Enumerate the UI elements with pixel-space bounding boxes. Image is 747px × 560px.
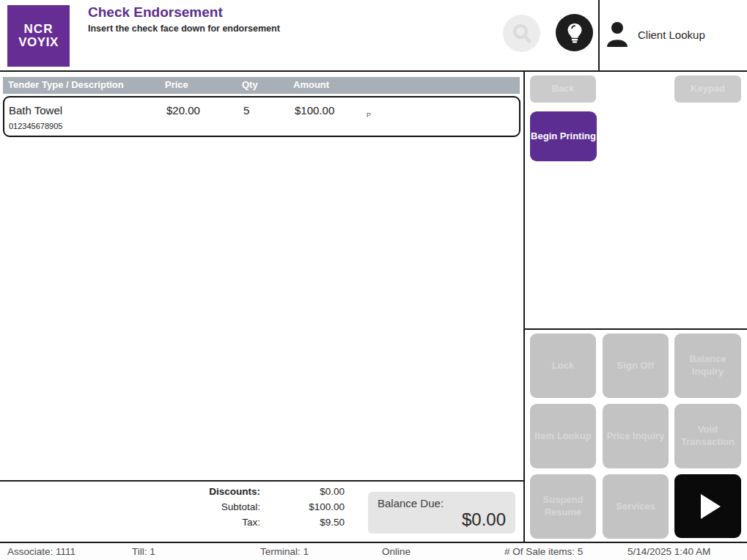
status-terminal: Terminal: 1	[260, 546, 309, 557]
panel-horizontal-divider	[525, 328, 747, 330]
services-button[interactable]: Services	[603, 474, 669, 539]
column-header-amount: Amount	[293, 79, 329, 90]
page-subtitle: Insert the check face down for endorseme…	[88, 23, 280, 34]
sign-off-button[interactable]: Sign Off	[603, 334, 669, 398]
lock-button[interactable]: Lock	[530, 334, 596, 398]
begin-printing-button[interactable]: Begin Printing	[530, 111, 597, 161]
balance-inquiry-button[interactable]: Balance Inquiry	[674, 334, 741, 398]
pos-app: NCR VOYIX Check Endorsement Insert the c…	[0, 0, 747, 560]
subtotal-value: $100.00	[309, 501, 345, 512]
page-title: Check Endorsement	[88, 4, 223, 21]
play-icon	[701, 494, 721, 519]
assist-mode-button[interactable]	[556, 14, 593, 51]
header: NCR VOYIX Check Endorsement Insert the c…	[0, 0, 747, 71]
person-icon	[605, 21, 630, 48]
status-bar: Associate: 1111 Till: 1 Terminal: 1 Onli…	[0, 543, 747, 560]
item-upc: 012345678905	[9, 122, 62, 130]
suspend-resume-button[interactable]: Suspend Resume	[530, 474, 596, 539]
sale-item-row[interactable]: Bath Towel 012345678905 $20.00 5 $100.00…	[3, 96, 520, 137]
subtotal-label: Subtotal:	[221, 501, 260, 512]
header-divider	[598, 0, 600, 70]
price-inquiry-button[interactable]: Price Inquiry	[603, 404, 669, 468]
back-button[interactable]: Back	[530, 75, 596, 103]
item-lookup-button[interactable]: Item Lookup	[530, 404, 596, 468]
status-associate: Associate: 1111	[7, 546, 76, 557]
status-datetime: 5/14/2025 1:40 AM	[628, 546, 710, 557]
status-sale-items: # Of Sale items: 5	[504, 546, 583, 557]
tax-label: Tax:	[242, 517, 260, 528]
tax-value: $9.50	[320, 517, 345, 528]
balance-due-label: Balance Due:	[378, 497, 444, 509]
keypad-button[interactable]: Keypad	[674, 75, 741, 103]
status-connection: Online	[382, 546, 411, 557]
column-header-price: Price	[165, 79, 188, 90]
item-amount: $100.00	[295, 104, 334, 117]
next-button[interactable]	[674, 474, 741, 538]
status-till: Till: 1	[132, 546, 155, 557]
item-description: Bath Towel	[9, 104, 62, 117]
panel-vertical-divider	[523, 70, 525, 542]
header-bottom-border	[0, 70, 747, 72]
sale-table-header: Tender Type / Description Price Qty Amou…	[3, 77, 520, 94]
search-button[interactable]	[503, 15, 540, 52]
search-icon	[511, 23, 533, 45]
item-qty: 5	[243, 104, 249, 117]
item-price: $20.00	[166, 104, 200, 117]
client-lookup-label: Client Lookup	[638, 29, 705, 41]
discounts-label: Discounts:	[209, 486, 260, 497]
logo-text-line1: NCR	[24, 23, 54, 36]
column-header-qty: Qty	[242, 79, 258, 90]
totals-top-border	[0, 480, 523, 482]
client-lookup-button[interactable]: Client Lookup	[605, 19, 705, 50]
logo-text-line2: VOYIX	[18, 36, 58, 49]
discounts-value: $0.00	[320, 486, 345, 497]
void-transaction-button[interactable]: Void Transaction	[674, 404, 741, 468]
column-header-description: Tender Type / Description	[8, 79, 124, 90]
ncr-voyix-logo: NCR VOYIX	[7, 5, 70, 67]
balance-due-value: $0.00	[462, 509, 506, 530]
item-flag: P	[367, 111, 371, 119]
lightbulb-icon	[565, 22, 584, 44]
balance-due-box: Balance Due: $0.00	[368, 492, 515, 534]
